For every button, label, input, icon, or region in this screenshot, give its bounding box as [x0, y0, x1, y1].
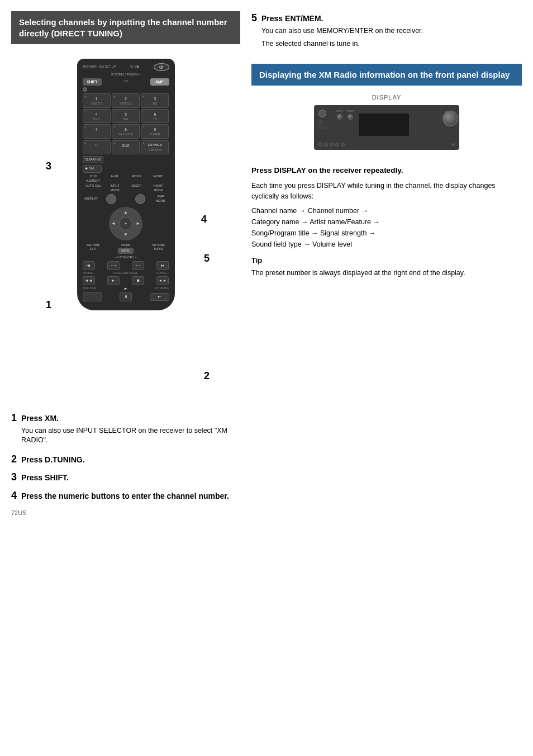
steps-section: 1 Press XM. You can also use INPUT SELEC… — [11, 411, 240, 503]
step-1: 1 Press XM. You can also use INPUT SELEC… — [11, 411, 240, 449]
callout-3: 3 — [46, 159, 51, 173]
btn-3[interactable]: •3BD — [141, 93, 169, 108]
step-5: 5 Press ENT/MEM. You can also use MEMORY… — [251, 11, 522, 53]
step-2-num: 2 — [11, 452, 17, 466]
knob-1 — [337, 114, 342, 120]
step-5-body2: The selected channel is tune in. — [261, 39, 423, 49]
bot-indicator-4 — [335, 143, 339, 147]
tip-label: Tip — [251, 256, 522, 266]
bottom-num-row: •-/-- •0/10 •ENT/MEMDMPORT — [83, 140, 169, 154]
cycle-line-2: Category name → Artist name/Feature → — [251, 216, 522, 228]
amp-btn[interactable]: AMP — [150, 78, 169, 86]
receiver-display — [359, 114, 409, 136]
cycle-line-4: Sound field type → Volume level — [251, 239, 522, 250]
remote-container: 3 1 4 5 2 THEATER RM SET UP AV I/⏻ ⏻ SYS… — [11, 53, 240, 400]
btn-0[interactable]: •0/10 — [112, 140, 140, 154]
btn-ent-mem[interactable]: •ENT/MEMDMPORT — [141, 140, 169, 154]
btn-2[interactable]: •2VIDEO 2 — [112, 93, 140, 108]
play-btn[interactable]: ► — [107, 276, 120, 285]
fn-row: 2CH/A.DIRECT A.F.D. MOVIE MUSIC — [83, 174, 169, 183]
step-4: 4 Press the numeric buttons to enter the… — [11, 489, 240, 504]
page-number: 72US — [11, 509, 240, 517]
press-display-body: Each time you press DISPLAY while tuning… — [251, 181, 522, 202]
dpad-outer[interactable]: ▲ ▼ ◄ ► ✦ — [109, 207, 142, 240]
home-btn[interactable]: •HOME MENU — [118, 243, 134, 254]
btn-8[interactable]: •8SA-CD/CD — [112, 124, 140, 139]
bot-indicator-2 — [324, 143, 328, 147]
shift-btn[interactable]: SHIFT — [83, 78, 102, 86]
remote-top-bar: THEATER RM SET UP AV I/⏻ ⏻ — [83, 63, 169, 71]
pause-bottom-btn[interactable]: ⏸ — [120, 292, 132, 301]
dpad-up[interactable]: ▲ — [123, 209, 128, 215]
display-btn[interactable]: •DISPLAY — [83, 197, 99, 201]
step-4-num: 4 — [11, 489, 17, 503]
display-label: DISPLAY — [251, 93, 522, 102]
xm-btn[interactable]: ⏺ XM — [83, 165, 102, 173]
small-circle-1 — [83, 87, 87, 92]
twoch-btn[interactable]: 2CH/A.DIRECT — [85, 174, 102, 183]
btn-6[interactable]: •6TV — [141, 109, 169, 124]
step-1-body: You can also use INPUT SELECTOR on the r… — [21, 426, 240, 446]
right-column: 5 Press ENT/MEM. You can also use MEMORY… — [246, 11, 522, 745]
amp-menu-btn[interactable]: AMPMENU — [153, 195, 169, 203]
music-btn[interactable]: MUSIC — [150, 174, 166, 183]
input-mode-btn[interactable]: INPUTMODE — [107, 184, 123, 192]
btn-dash[interactable]: •-/-- — [83, 140, 111, 154]
btn-5[interactable]: •5SAT — [112, 109, 140, 124]
step-3-title: Press SHIFT. — [21, 472, 69, 484]
dtuning-btn[interactable]: ■• — [150, 293, 169, 301]
btn-4[interactable]: •4DVD — [83, 109, 111, 124]
small-circle-row — [83, 87, 169, 92]
left-column: Selecting channels by inputting the chan… — [11, 11, 246, 745]
cycle-line-3: Song/Program title → Signal strength → — [251, 228, 522, 239]
clear-btn[interactable]: CLEAR/>10 — [83, 156, 103, 164]
skip-next-btn[interactable]: ►► — [156, 276, 169, 285]
options-btn[interactable]: OPTIONSTOOLS — [150, 243, 166, 254]
dpad-right[interactable]: ► — [136, 220, 140, 226]
night-mode-btn[interactable]: NIGHTMODE — [150, 184, 166, 192]
power-btn[interactable]: ⏻ — [154, 63, 169, 71]
pause-btn[interactable]: ⏺ — [132, 276, 144, 285]
bot-dot — [452, 143, 455, 146]
dpad-down[interactable]: ▼ — [123, 231, 128, 238]
indicator-3 — [326, 126, 329, 129]
press-display-title: Press DISPLAY on the receiver repeatedly… — [251, 166, 522, 176]
av-label: AV I/⏻ — [130, 65, 140, 69]
step-3-num: 3 — [11, 470, 17, 484]
round-btn-left[interactable] — [106, 194, 116, 204]
dpad-left[interactable]: ◄ — [111, 220, 116, 226]
rew-btn[interactable]: ←• — [107, 261, 120, 270]
sleep-btn[interactable]: SLEEP — [128, 184, 145, 192]
step-3: 3 Press SHIFT. — [11, 470, 240, 485]
round-btn-right[interactable] — [135, 194, 145, 204]
step-1-num: 1 — [11, 411, 17, 425]
next-btn[interactable]: ⏭ — [156, 261, 169, 270]
disc-skip-btn[interactable] — [83, 292, 102, 301]
btn-7[interactable]: •7 — [83, 124, 111, 139]
section-header-text: Selecting channels by inputting the chan… — [19, 17, 227, 38]
btn-1[interactable]: •1VIDEO 1 — [83, 93, 111, 108]
btn-9[interactable]: •9TUNER — [141, 124, 169, 139]
tuning-plus-label: TUNING + — [156, 271, 169, 275]
fwd-btn[interactable]: •→ — [132, 261, 144, 270]
return-btn[interactable]: •RETURN/EXIT — [85, 243, 102, 254]
afd-btn[interactable]: A.F.D. — [107, 174, 123, 183]
disc-skip-label: DISC SKIP — [83, 286, 97, 291]
tuning-minus-label: TUNING – — [83, 271, 96, 275]
receiver-bottom — [318, 143, 455, 147]
step-2: 2 Press D.TUNING. — [11, 452, 240, 467]
callout-2: 2 — [204, 369, 210, 383]
auto-cal-btn[interactable]: AUTO CAL — [85, 184, 102, 192]
indicator-2 — [322, 126, 325, 129]
section-header-display: Displaying the XM Radio information on t… — [251, 64, 522, 86]
dpad-center[interactable]: ✦ — [119, 217, 132, 230]
shift-row: SHIFT TV AMP — [83, 78, 169, 86]
skip-prev-btn[interactable]: ◄◄ — [83, 276, 95, 285]
mode-row: AUTO CAL INPUTMODE SLEEP NIGHTMODE — [83, 184, 169, 192]
clear-row: CLEAR/>10 — [83, 156, 169, 164]
transport-labels: TUNING – CATEGORY MODE TUNING + — [83, 271, 169, 275]
movie-btn[interactable]: MOVIE — [128, 174, 145, 183]
bottom-btns: ⏸ ■• — [83, 292, 169, 301]
category-label: – CATEGORY + — [83, 256, 169, 260]
prev-btn[interactable]: ⏮ — [83, 261, 95, 270]
